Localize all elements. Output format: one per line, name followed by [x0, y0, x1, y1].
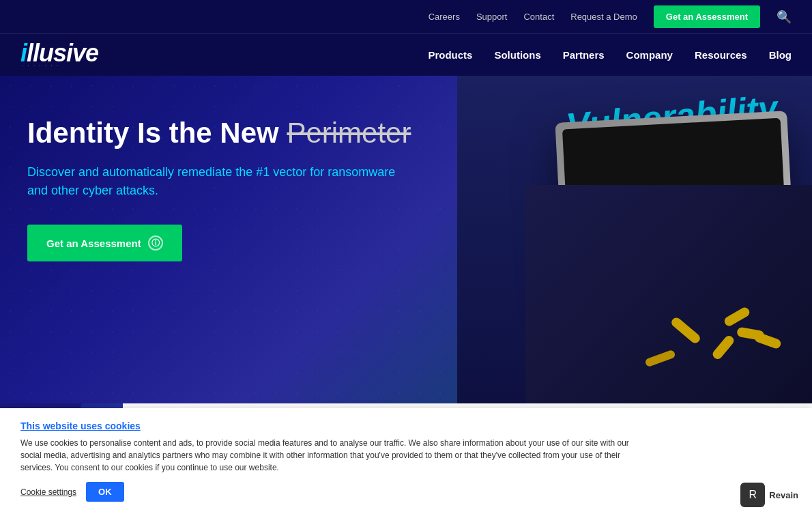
assessment-hero-label: Get an Assessment [46, 238, 141, 249]
nav-resources[interactable]: Resources [695, 49, 747, 61]
cookie-text: We use cookies to personalise content an… [20, 437, 635, 474]
top-bar: Careers Support Contact Request a Demo G… [0, 0, 812, 34]
hero-subtitle: Discover and automatically remediate the… [27, 163, 396, 200]
hero-section: Vulnerability Identity Is the New Perime… [0, 76, 812, 403]
nav-links: Products Solutions Partners Company Reso… [428, 49, 792, 61]
request-demo-link[interactable]: Request a Demo [570, 12, 637, 22]
hero-title: Identity Is the New Perimeter [27, 117, 450, 149]
nav-company[interactable]: Company [626, 49, 673, 61]
person-graphic: Vulnerability [457, 76, 812, 403]
hero-title-prefix: Identity Is the New [27, 117, 287, 149]
careers-link[interactable]: Careers [429, 12, 460, 22]
cookie-title[interactable]: This website uses cookies [20, 420, 792, 431]
circle-info-icon: ⓘ [148, 235, 163, 251]
assessment-button-top[interactable]: Get an Assessment [654, 5, 760, 28]
hero-graphic: Vulnerability [457, 76, 812, 403]
hero-title-strikethrough: Perimeter [287, 117, 411, 149]
nav-products[interactable]: Products [428, 49, 472, 61]
contact-link[interactable]: Contact [523, 12, 554, 22]
main-nav: illusive · · · · · · · Products Solution… [0, 34, 812, 76]
hero-content: Identity Is the New Perimeter Discover a… [27, 117, 450, 261]
nav-blog[interactable]: Blog [769, 49, 792, 61]
support-link[interactable]: Support [476, 12, 508, 22]
assessment-button-hero[interactable]: Get an Assessment ⓘ [27, 225, 182, 261]
search-icon[interactable]: 🔍 [777, 10, 792, 25]
logo[interactable]: illusive · · · · · · · [20, 41, 98, 69]
nav-solutions[interactable]: Solutions [494, 49, 540, 61]
cookie-banner: This website uses cookies We use cookies… [0, 408, 812, 479]
nav-partners[interactable]: Partners [563, 49, 605, 61]
